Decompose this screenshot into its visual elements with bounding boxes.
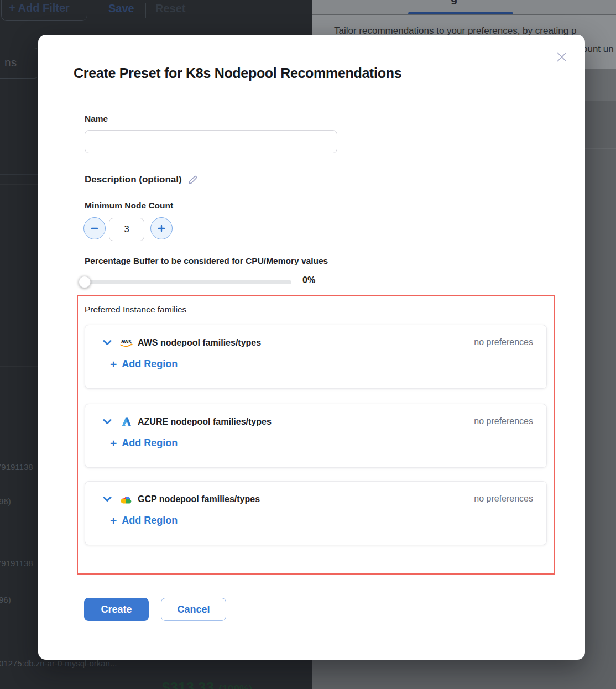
preferred-families-label: Preferred Instance families: [85, 305, 186, 315]
resource-id-fragment: 96): [0, 595, 11, 604]
gcp-logo-icon: [119, 494, 133, 505]
plus-icon: +: [110, 515, 117, 526]
provider-label: AWS nodepool families/types: [138, 338, 261, 348]
toolbar-divider: [145, 3, 146, 18]
min-node-count-label: Minimum Node Count: [85, 201, 173, 211]
provider-card-aws: aws AWS nodepool families/types no prefe…: [85, 325, 547, 389]
reset-button: Reset: [155, 2, 185, 15]
plus-icon: +: [110, 437, 117, 449]
create-preset-modal: Create Preset for K8s Nodepool Recommend…: [38, 35, 585, 660]
description-row: Description (optional): [85, 174, 199, 185]
add-filter-label: + Add Filter: [9, 2, 70, 14]
create-button[interactable]: Create: [84, 598, 149, 621]
tab-label-fragment: g: [451, 0, 461, 7]
resource-id-fragment: 79191138: [0, 462, 33, 472]
cost-amount: $313.33: [162, 679, 214, 689]
intro-text-line2-fragment: ount un: [582, 44, 614, 55]
decrement-button[interactable]: [83, 217, 106, 239]
minus-icon: [90, 224, 99, 233]
provider-label: AZURE nodepool families/types: [138, 417, 272, 427]
close-button[interactable]: [552, 48, 571, 66]
provider-label: GCP nodepool families/types: [138, 494, 260, 504]
buffer-slider-track[interactable]: [80, 280, 291, 284]
resource-id-fragment: 96): [0, 497, 11, 506]
buffer-slider-thumb[interactable]: [79, 276, 91, 288]
provider-card-azure: AZURE nodepool families/types no prefere…: [85, 404, 547, 468]
add-region-button[interactable]: + Add Region: [110, 437, 178, 449]
provider-status: no preferences: [474, 337, 533, 347]
name-input[interactable]: [85, 130, 337, 153]
provider-card-header[interactable]: GCP nodepool families/types: [103, 493, 260, 506]
svg-text:aws: aws: [121, 338, 132, 345]
chevron-down-icon[interactable]: [103, 340, 112, 346]
cancel-button[interactable]: Cancel: [161, 598, 226, 621]
description-label: Description (optional): [85, 174, 182, 185]
provider-card-header[interactable]: AZURE nodepool families/types: [103, 415, 272, 429]
plus-icon: +: [110, 358, 117, 370]
buffer-value: 0%: [302, 275, 315, 285]
resource-id-fragment: 79191138: [0, 558, 33, 568]
close-icon: [555, 50, 569, 64]
cost-value: $313.33(100%): [162, 679, 252, 689]
increment-button[interactable]: [150, 217, 173, 239]
preferred-families-section: Preferred Instance families aws AWS node…: [77, 295, 555, 575]
provider-status: no preferences: [474, 416, 533, 426]
add-region-button[interactable]: + Add Region: [110, 515, 178, 526]
azure-logo-icon: [119, 416, 133, 427]
name-label: Name: [85, 114, 108, 124]
active-tab-underline: [408, 12, 513, 14]
chevron-down-icon[interactable]: [103, 496, 112, 503]
node-count-input[interactable]: [109, 218, 144, 241]
modal-title: Create Preset for K8s Nodepool Recommend…: [74, 65, 401, 81]
add-region-button[interactable]: + Add Region: [110, 358, 178, 370]
tab-bar: g: [312, 0, 616, 14]
add-region-label: Add Region: [122, 358, 178, 370]
provider-status: no preferences: [474, 494, 533, 504]
add-region-label: Add Region: [122, 437, 178, 449]
save-button: Save: [108, 2, 134, 15]
edit-pencil-icon[interactable]: [187, 174, 199, 185]
provider-card-header[interactable]: aws AWS nodepool families/types: [103, 336, 261, 349]
chevron-down-icon[interactable]: [103, 419, 112, 425]
add-region-label: Add Region: [122, 515, 178, 526]
resource-id-fragment: 01275:db.zn-ar-0-mysql-orkan...: [0, 659, 117, 668]
plus-icon: [157, 224, 166, 233]
truncated-button-label: ns: [4, 56, 17, 69]
buffer-label: Percentage Buffer to be considered for C…: [85, 256, 328, 266]
provider-card-gcp: GCP nodepool families/types no preferenc…: [85, 481, 547, 545]
cost-percent: (100%): [218, 683, 252, 689]
aws-logo-icon: aws: [119, 337, 133, 348]
